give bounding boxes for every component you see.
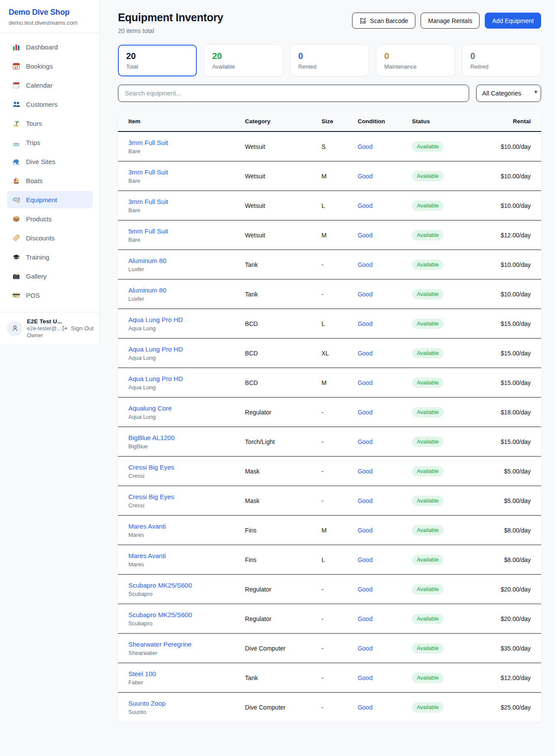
rental-price: $12.00/day	[501, 232, 531, 239]
table-row: Suunto Zoop Suunto Dive Computer - Good …	[118, 693, 541, 722]
condition-link[interactable]: Good	[358, 468, 372, 475]
condition-link[interactable]: Good	[358, 409, 372, 416]
item-name-link[interactable]: Cressi Big Eyes	[128, 493, 245, 500]
item-name-link[interactable]: Cressi Big Eyes	[128, 463, 245, 471]
item-brand: Luxfer	[128, 266, 245, 273]
item-size: -	[321, 674, 358, 681]
item-size: L	[321, 556, 358, 563]
sign-out-icon	[62, 325, 68, 332]
rental-price: $10.00/day	[501, 143, 531, 150]
item-name-link[interactable]: Mares Avanti	[128, 552, 245, 559]
stat-card-rented[interactable]: 0 Rented	[290, 45, 369, 76]
condition-link[interactable]: Good	[358, 438, 372, 445]
stat-card-retired[interactable]: 0 Retired	[462, 45, 541, 76]
page-title: Equipment Inventory	[118, 11, 223, 24]
status-badge: Available	[412, 614, 444, 624]
user-role: Owner	[27, 332, 57, 339]
condition-link[interactable]: Good	[358, 232, 372, 239]
item-name-link[interactable]: Aluminum 80	[128, 257, 245, 264]
column-header-rental: Rental	[477, 118, 531, 125]
item-name-link[interactable]: Aqua Lung Pro HD	[128, 316, 245, 323]
rental-price: $10.00/day	[501, 261, 531, 268]
sidebar-item-pos[interactable]: POS	[7, 286, 93, 304]
condition-link[interactable]: Good	[358, 497, 372, 504]
item-brand: Bare	[128, 177, 245, 184]
sidebar-item-customers[interactable]: Customers	[7, 95, 93, 113]
condition-link[interactable]: Good	[358, 143, 372, 150]
condition-link[interactable]: Good	[358, 173, 372, 180]
condition-link[interactable]: Good	[358, 261, 372, 268]
item-name-link[interactable]: Suunto Zoop	[128, 700, 245, 707]
sidebar-item-calendar[interactable]: Calendar	[7, 76, 93, 94]
item-brand: Luxfer	[128, 296, 245, 302]
status-badge: Available	[412, 171, 444, 181]
item-name-link[interactable]: Scubapro MK25/S600	[128, 582, 245, 589]
stat-card-available[interactable]: 20 Available	[204, 45, 283, 76]
people-icon	[12, 100, 20, 108]
condition-link[interactable]: Good	[358, 379, 372, 386]
condition-link[interactable]: Good	[358, 350, 372, 357]
table-row: Steel 100 Faber Tank - Good Available $1…	[118, 663, 541, 693]
item-name-link[interactable]: Mares Avanti	[128, 523, 245, 530]
item-name-link[interactable]: Aqua Lung Pro HD	[128, 345, 245, 353]
item-name-link[interactable]: 3mm Full Suit	[128, 139, 245, 146]
item-category: Wetsuit	[245, 143, 321, 150]
item-category: Dive Computer	[245, 645, 321, 652]
sidebar-item-tours[interactable]: Tours	[7, 115, 93, 132]
sidebar-item-products[interactable]: Products	[7, 210, 93, 227]
item-name-link[interactable]: Aluminum 80	[128, 286, 245, 294]
sidebar-item-training[interactable]: Training	[7, 248, 93, 266]
search-input[interactable]	[118, 85, 469, 102]
sign-out-button[interactable]: Sign Out	[62, 325, 94, 332]
item-name-link[interactable]: 3mm Full Suit	[128, 198, 245, 205]
condition-link[interactable]: Good	[358, 645, 372, 652]
condition-link[interactable]: Good	[358, 320, 372, 327]
item-name-link[interactable]: BigBlue AL1200	[128, 434, 245, 441]
condition-link[interactable]: Good	[358, 527, 372, 534]
stat-label: Maintenance	[384, 63, 447, 70]
stat-card-total[interactable]: 20 Total	[118, 45, 197, 76]
page-title-block: Equipment Inventory 20 items total	[118, 11, 223, 34]
sidebar-item-discounts[interactable]: Discounts	[7, 229, 93, 247]
sidebar-item-gallery[interactable]: Gallery	[7, 267, 93, 285]
sidebar-item-dive-sites[interactable]: Dive Sites	[7, 153, 93, 170]
item-brand: Faber	[128, 679, 245, 686]
sidebar-item-trips[interactable]: Trips	[7, 134, 93, 151]
condition-link[interactable]: Good	[358, 704, 372, 711]
condition-link[interactable]: Good	[358, 674, 372, 681]
condition-link[interactable]: Good	[358, 556, 372, 563]
status-badge: Available	[412, 437, 444, 447]
sidebar-item-boats[interactable]: Boats	[7, 172, 93, 189]
item-category: Regulator	[245, 615, 321, 622]
status-badge: Available	[412, 348, 444, 358]
add-equipment-button[interactable]: Add Equipment	[485, 13, 541, 29]
condition-link[interactable]: Good	[358, 291, 372, 298]
stat-label: Rented	[298, 63, 361, 70]
item-name-link[interactable]: 3mm Full Suit	[128, 168, 245, 176]
item-size: -	[321, 497, 358, 504]
condition-link[interactable]: Good	[358, 202, 372, 209]
rental-price: $35.00/day	[501, 645, 531, 652]
status-badge: Available	[412, 201, 444, 211]
item-name-link[interactable]: Steel 100	[128, 670, 245, 677]
item-name-link[interactable]: Aqua Lung Pro HD	[128, 375, 245, 382]
condition-link[interactable]: Good	[358, 586, 372, 593]
table-row: Cressi Big Eyes Cressi Mask - Good Avail…	[118, 486, 541, 516]
item-category: Tank	[245, 261, 321, 268]
sidebar-item-equipment[interactable]: Equipment	[7, 191, 93, 208]
stat-card-maintenance[interactable]: 0 Maintenance	[376, 45, 455, 76]
table-header-row: Item Category Size Condition Status Rent…	[118, 112, 541, 132]
scan-barcode-button[interactable]: Scan Barcode	[352, 13, 415, 29]
condition-link[interactable]: Good	[358, 615, 372, 622]
item-name-link[interactable]: Scubapro MK25/S600	[128, 611, 245, 618]
sidebar-item-bookings[interactable]: 17 Bookings	[7, 57, 93, 75]
item-name-link[interactable]: Aqualung Core	[128, 404, 245, 412]
item-name-link[interactable]: 5mm Full Suit	[128, 227, 245, 235]
item-name-link[interactable]: Shearwater Peregrine	[128, 641, 245, 648]
manage-rentals-button[interactable]: Manage Rentals	[421, 13, 480, 29]
category-filter-select[interactable]: All Categories	[476, 85, 541, 102]
sidebar-item-label: Gallery	[26, 273, 47, 280]
tear-calendar-icon	[12, 81, 20, 89]
item-category: Regulator	[245, 586, 321, 593]
sidebar-item-dashboard[interactable]: Dashboard	[7, 38, 93, 56]
